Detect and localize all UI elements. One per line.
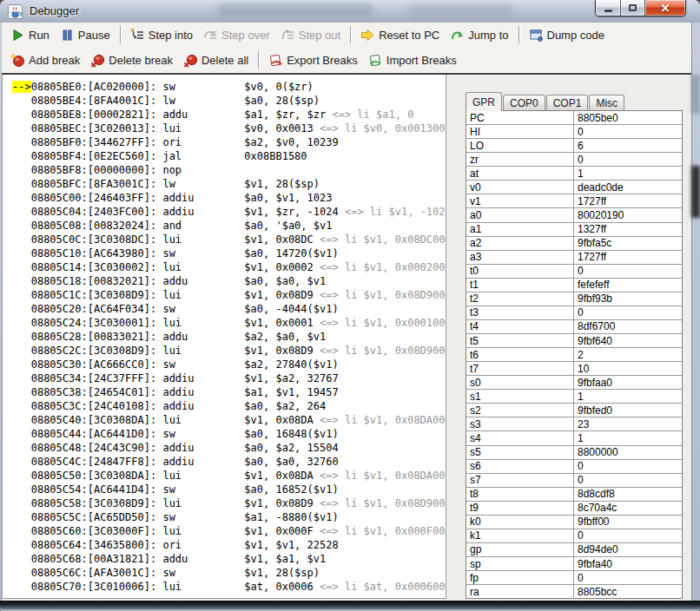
disasm-line[interactable]: 08805BF8:[00000000]: nop xyxy=(12,163,446,177)
disasm-line[interactable]: 08805C2C:[3C0308D9]: lui $v1, 0x08D9 <=>… xyxy=(12,344,446,358)
register-row[interactable]: s41 xyxy=(466,431,682,445)
register-value[interactable]: 9fbf640 xyxy=(574,334,682,347)
disasm-line[interactable]: 08805BF0:[344627FF]: ori $a2, $v0, 10239 xyxy=(12,135,446,149)
register-row[interactable]: s11 xyxy=(466,390,682,404)
disasm-line[interactable]: 08805BFC:[8FA3001C]: lw $v1, 28($sp) xyxy=(12,177,446,191)
register-value[interactable]: 0 xyxy=(574,265,682,278)
register-value[interactable]: 0 xyxy=(574,474,682,487)
register-row[interactable]: PC8805be0 xyxy=(466,111,682,125)
register-row[interactable]: t29fbf93b xyxy=(466,292,682,306)
disasm-line[interactable]: 08805C44:[AC6441D0]: sw $a0, 16848($v1) xyxy=(12,427,446,441)
register-row[interactable]: s29fbfed0 xyxy=(466,404,682,417)
register-value[interactable]: 8800000 xyxy=(574,446,682,459)
register-row[interactable]: LO6 xyxy=(466,139,682,153)
register-row[interactable]: k09fbff00 xyxy=(466,516,682,529)
disasm-line[interactable]: 08805C08:[00832024]: and $a0, '$a0, $v1 xyxy=(12,219,446,233)
register-value[interactable]: 1727ff xyxy=(574,251,682,264)
disasm-line[interactable]: 08805C40:[3C0308DA]: lui $v1, 0x08DA <=>… xyxy=(12,413,446,427)
disasm-line[interactable]: 08805C28:[00833021]: addu $a2, $a0, $v1 xyxy=(12,330,446,344)
register-row[interactable]: fp0 xyxy=(466,571,682,585)
run-button[interactable]: Run xyxy=(5,24,55,46)
register-value[interactable]: 23 xyxy=(574,417,682,430)
titlebar[interactable]: Debugger ✕ xyxy=(0,0,700,23)
register-value[interactable]: 8df6700 xyxy=(574,320,682,333)
register-row[interactable]: s09fbfaa0 xyxy=(466,376,682,390)
register-value[interactable]: 1 xyxy=(574,431,682,444)
disasm-line[interactable]: 08805C38:[24654C01]: addiu $a1, $v1, 194… xyxy=(12,385,446,399)
import-breaks-button[interactable]: Import Breaks xyxy=(363,49,462,71)
register-row[interactable]: s60 xyxy=(466,460,682,474)
register-value[interactable]: 9fbff00 xyxy=(574,516,682,529)
delete-all-button[interactable]: Delete all xyxy=(178,49,254,71)
register-value[interactable]: 1 xyxy=(574,390,682,403)
register-row[interactable]: v11727ff xyxy=(466,194,682,208)
close-button[interactable]: ✕ xyxy=(645,0,685,16)
step-into-button[interactable]: Step into xyxy=(125,24,198,46)
disasm-line[interactable]: 08805C24:[3C030001]: lui $v1, 0x0001 <=>… xyxy=(12,316,446,330)
tab-misc[interactable]: Misc xyxy=(589,95,624,111)
register-value[interactable]: 80020190 xyxy=(574,208,682,221)
register-row[interactable]: gp8d94de0 xyxy=(466,543,682,557)
register-row[interactable]: a29fbfa5c xyxy=(466,237,682,251)
register-row[interactable]: at1 xyxy=(466,167,682,181)
disasm-line[interactable]: 08805C30:[AC666CC0]: sw $a2, 27840($v1) xyxy=(12,358,446,371)
register-value[interactable]: 0 xyxy=(574,529,682,542)
register-value[interactable]: 8d8cdf8 xyxy=(574,488,682,501)
register-row[interactable]: sp9fbfa40 xyxy=(466,557,682,571)
disasm-line[interactable]: 08805C5C:[AC65DD50]: sw $a1, -8880($v1) xyxy=(12,510,446,524)
register-row[interactable]: t88d8cdf8 xyxy=(466,488,682,502)
register-value[interactable]: 8c70a4c xyxy=(574,502,682,515)
disasm-line[interactable]: 08805C50:[3C0308DA]: lui $v1, 0x08DA <=>… xyxy=(12,469,446,483)
tab-gpr[interactable]: GPR xyxy=(466,92,502,111)
register-row[interactable]: v0deadc0de xyxy=(466,181,682,194)
disasm-line[interactable]: 08805C70:[3C010006]: lui $at, 0x0006 <=>… xyxy=(12,580,446,594)
register-value[interactable]: 1327ff xyxy=(574,223,682,236)
step-over-button[interactable]: Step over xyxy=(198,24,275,46)
delete-break-button[interactable]: Delete break xyxy=(85,49,178,71)
register-row[interactable]: t30 xyxy=(466,306,682,320)
register-value[interactable]: 9fbfed0 xyxy=(574,404,682,417)
disasm-line[interactable]: 08805C10:[AC643980]: sw $a0, 14720($v1) xyxy=(12,246,446,260)
register-row[interactable]: s323 xyxy=(466,417,682,431)
disasm-line[interactable]: 08805C60:[3C03000F]: lui $v1, 0x000F <=>… xyxy=(12,524,446,538)
disasm-line[interactable]: 08805C18:[00832021]: addu $a0, $a0, $v1 xyxy=(12,274,446,288)
disasm-line[interactable]: 08805C54:[AC6441D4]: sw $a0, 16852($v1) xyxy=(12,483,446,496)
register-row[interactable]: HI0 xyxy=(466,125,682,139)
disasm-line[interactable]: 08805C20:[AC64F034]: sw $a0, -4044($v1) xyxy=(12,302,446,316)
register-value[interactable]: deadc0de xyxy=(574,181,682,194)
reset-to-pc-button[interactable]: Reset to PC xyxy=(355,24,445,46)
register-value[interactable]: 8805bcc xyxy=(574,585,682,598)
disasm-line[interactable]: 08805C0C:[3C0308DC]: lui $v1, 0x08DC <=>… xyxy=(12,233,446,246)
register-row[interactable]: t62 xyxy=(466,348,682,362)
pause-button[interactable]: Pause xyxy=(55,24,116,46)
tab-cop1[interactable]: COP1 xyxy=(546,95,589,111)
register-row[interactable]: zr0 xyxy=(466,153,682,167)
disasm-line[interactable]: 08805BEC:[3C020013]: lui $v0, 0x0013 <=>… xyxy=(12,122,446,135)
disasm-line[interactable]: 08805C04:[2403FC00]: addiu $v1, $zr, -10… xyxy=(12,205,446,219)
jump-to-button[interactable]: Jump to xyxy=(445,24,513,46)
register-value[interactable]: 0 xyxy=(574,306,682,319)
disasm-line[interactable]: 08805C6C:[AFA3001C]: sw $v1, 28($sp) xyxy=(12,566,446,580)
register-row[interactable]: k10 xyxy=(466,529,682,543)
register-value[interactable]: 1727ff xyxy=(574,194,682,207)
disasm-line[interactable]: 08805C14:[3C030002]: lui $v1, 0x0002 <=>… xyxy=(12,260,446,274)
register-value[interactable]: 1 xyxy=(574,167,682,180)
register-value[interactable]: 9fbfa5c xyxy=(574,237,682,250)
register-value[interactable]: fefefeff xyxy=(574,279,682,292)
register-row[interactable]: s58800000 xyxy=(466,446,682,460)
register-value[interactable]: 8805be0 xyxy=(574,111,682,124)
register-value[interactable]: 0 xyxy=(574,153,682,166)
disassembly-listing[interactable]: -->08805BE0:[AC020000]: sw $v0, 0($zr) 0… xyxy=(2,75,446,599)
disasm-line[interactable]: 08805BE8:[00002821]: addu $a1, $zr, $zr … xyxy=(12,108,446,122)
register-value[interactable]: 0 xyxy=(574,125,682,138)
register-value[interactable]: 2 xyxy=(574,348,682,361)
register-value[interactable]: 9fbfaa0 xyxy=(574,376,682,389)
dump-code-button[interactable]: Dump code xyxy=(524,24,610,46)
maximize-button[interactable] xyxy=(621,0,645,16)
disasm-line[interactable]: 08805C34:[24C37FFF]: addiu $v1, $a2, 327… xyxy=(12,371,446,385)
register-row[interactable]: t59fbf640 xyxy=(466,334,682,348)
disasm-line[interactable]: 08805C3C:[24C40108]: addiu $a0, $a2, 264 xyxy=(12,399,446,413)
register-row[interactable]: a11327ff xyxy=(466,223,682,237)
register-row[interactable]: a080020190 xyxy=(466,208,682,222)
disasm-line[interactable]: 08805C1C:[3C0308D9]: lui $v1, 0x08D9 <=>… xyxy=(12,288,446,302)
